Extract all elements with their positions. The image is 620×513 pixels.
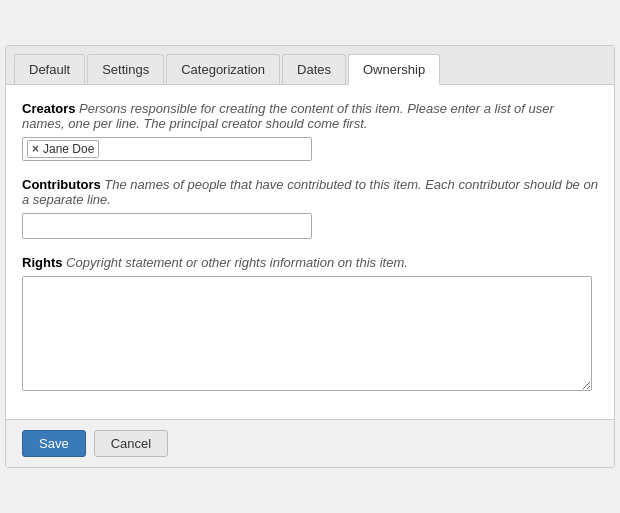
rights-label: Rights <box>22 255 62 270</box>
tag-remove-icon[interactable]: × <box>32 142 39 156</box>
creators-section: Creators Persons responsible for creatin… <box>22 101 598 161</box>
creators-label: Creators <box>22 101 75 116</box>
save-button[interactable]: Save <box>22 430 86 457</box>
tab-settings[interactable]: Settings <box>87 54 164 84</box>
creator-tag: × Jane Doe <box>27 140 99 158</box>
rights-description: Copyright statement or other rights info… <box>66 255 408 270</box>
creators-input-wrapper[interactable]: × Jane Doe <box>22 137 312 161</box>
footer: Save Cancel <box>6 419 614 467</box>
tab-ownership[interactable]: Ownership <box>348 54 440 85</box>
contributors-input[interactable] <box>22 213 312 239</box>
creators-description: Persons responsible for creating the con… <box>22 101 554 131</box>
tab-content: Creators Persons responsible for creatin… <box>6 85 614 419</box>
creator-tag-label: Jane Doe <box>43 142 94 156</box>
contributors-description: The names of people that have contribute… <box>22 177 598 207</box>
rights-section: Rights Copyright statement or other righ… <box>22 255 598 391</box>
tab-default[interactable]: Default <box>14 54 85 84</box>
creators-text-input[interactable] <box>103 142 307 157</box>
cancel-button[interactable]: Cancel <box>94 430 168 457</box>
rights-label-row: Rights Copyright statement or other righ… <box>22 255 598 270</box>
panel: Default Settings Categorization Dates Ow… <box>5 45 615 468</box>
tab-categorization[interactable]: Categorization <box>166 54 280 84</box>
contributors-label: Contributors <box>22 177 101 192</box>
rights-textarea[interactable] <box>22 276 592 391</box>
tab-dates[interactable]: Dates <box>282 54 346 84</box>
creators-label-row: Creators Persons responsible for creatin… <box>22 101 598 131</box>
contributors-label-row: Contributors The names of people that ha… <box>22 177 598 207</box>
contributors-section: Contributors The names of people that ha… <box>22 177 598 239</box>
tab-bar: Default Settings Categorization Dates Ow… <box>6 46 614 85</box>
